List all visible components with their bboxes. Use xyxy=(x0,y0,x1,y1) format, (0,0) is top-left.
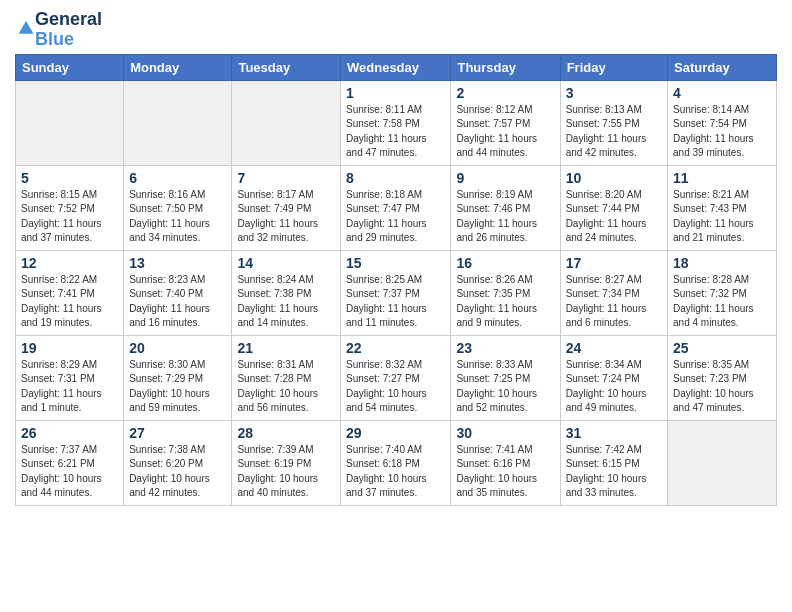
day-number: 5 xyxy=(21,170,118,186)
weekday-header-wednesday: Wednesday xyxy=(341,54,451,80)
day-number: 6 xyxy=(129,170,226,186)
calendar-cell: 14Sunrise: 8:24 AM Sunset: 7:38 PM Dayli… xyxy=(232,250,341,335)
day-number: 14 xyxy=(237,255,335,271)
calendar-cell: 11Sunrise: 8:21 AM Sunset: 7:43 PM Dayli… xyxy=(668,165,777,250)
day-info: Sunrise: 8:17 AM Sunset: 7:49 PM Dayligh… xyxy=(237,188,335,246)
calendar-cell: 10Sunrise: 8:20 AM Sunset: 7:44 PM Dayli… xyxy=(560,165,667,250)
day-info: Sunrise: 8:11 AM Sunset: 7:58 PM Dayligh… xyxy=(346,103,445,161)
day-info: Sunrise: 8:21 AM Sunset: 7:43 PM Dayligh… xyxy=(673,188,771,246)
calendar-cell xyxy=(232,80,341,165)
svg-marker-0 xyxy=(19,20,34,33)
day-info: Sunrise: 7:37 AM Sunset: 6:21 PM Dayligh… xyxy=(21,443,118,501)
day-number: 12 xyxy=(21,255,118,271)
day-info: Sunrise: 8:13 AM Sunset: 7:55 PM Dayligh… xyxy=(566,103,662,161)
day-info: Sunrise: 8:25 AM Sunset: 7:37 PM Dayligh… xyxy=(346,273,445,331)
logo-text: General Blue xyxy=(35,10,102,50)
logo-icon xyxy=(17,19,35,37)
weekday-header-tuesday: Tuesday xyxy=(232,54,341,80)
day-number: 22 xyxy=(346,340,445,356)
calendar-cell: 1Sunrise: 8:11 AM Sunset: 7:58 PM Daylig… xyxy=(341,80,451,165)
calendar-week-row: 19Sunrise: 8:29 AM Sunset: 7:31 PM Dayli… xyxy=(16,335,777,420)
calendar-cell: 15Sunrise: 8:25 AM Sunset: 7:37 PM Dayli… xyxy=(341,250,451,335)
calendar-cell: 22Sunrise: 8:32 AM Sunset: 7:27 PM Dayli… xyxy=(341,335,451,420)
calendar-cell: 20Sunrise: 8:30 AM Sunset: 7:29 PM Dayli… xyxy=(124,335,232,420)
header: General Blue xyxy=(15,10,777,50)
page-container: General Blue SundayMondayTuesdayWednesda… xyxy=(0,0,792,516)
day-number: 4 xyxy=(673,85,771,101)
day-number: 29 xyxy=(346,425,445,441)
calendar-week-row: 26Sunrise: 7:37 AM Sunset: 6:21 PM Dayli… xyxy=(16,420,777,505)
day-number: 9 xyxy=(456,170,554,186)
calendar-cell: 12Sunrise: 8:22 AM Sunset: 7:41 PM Dayli… xyxy=(16,250,124,335)
calendar-cell: 3Sunrise: 8:13 AM Sunset: 7:55 PM Daylig… xyxy=(560,80,667,165)
day-number: 24 xyxy=(566,340,662,356)
day-info: Sunrise: 8:31 AM Sunset: 7:28 PM Dayligh… xyxy=(237,358,335,416)
weekday-header-friday: Friday xyxy=(560,54,667,80)
calendar-cell: 30Sunrise: 7:41 AM Sunset: 6:16 PM Dayli… xyxy=(451,420,560,505)
day-number: 2 xyxy=(456,85,554,101)
calendar-cell: 16Sunrise: 8:26 AM Sunset: 7:35 PM Dayli… xyxy=(451,250,560,335)
day-number: 30 xyxy=(456,425,554,441)
day-info: Sunrise: 8:26 AM Sunset: 7:35 PM Dayligh… xyxy=(456,273,554,331)
weekday-header-row: SundayMondayTuesdayWednesdayThursdayFrid… xyxy=(16,54,777,80)
day-info: Sunrise: 8:32 AM Sunset: 7:27 PM Dayligh… xyxy=(346,358,445,416)
calendar-cell: 29Sunrise: 7:40 AM Sunset: 6:18 PM Dayli… xyxy=(341,420,451,505)
day-info: Sunrise: 8:20 AM Sunset: 7:44 PM Dayligh… xyxy=(566,188,662,246)
day-number: 15 xyxy=(346,255,445,271)
calendar-cell: 21Sunrise: 8:31 AM Sunset: 7:28 PM Dayli… xyxy=(232,335,341,420)
day-number: 21 xyxy=(237,340,335,356)
day-info: Sunrise: 8:19 AM Sunset: 7:46 PM Dayligh… xyxy=(456,188,554,246)
calendar-cell: 6Sunrise: 8:16 AM Sunset: 7:50 PM Daylig… xyxy=(124,165,232,250)
calendar-cell xyxy=(668,420,777,505)
calendar-cell: 5Sunrise: 8:15 AM Sunset: 7:52 PM Daylig… xyxy=(16,165,124,250)
day-info: Sunrise: 7:40 AM Sunset: 6:18 PM Dayligh… xyxy=(346,443,445,501)
day-number: 23 xyxy=(456,340,554,356)
calendar-cell: 7Sunrise: 8:17 AM Sunset: 7:49 PM Daylig… xyxy=(232,165,341,250)
day-info: Sunrise: 8:29 AM Sunset: 7:31 PM Dayligh… xyxy=(21,358,118,416)
calendar-table: SundayMondayTuesdayWednesdayThursdayFrid… xyxy=(15,54,777,506)
day-info: Sunrise: 8:12 AM Sunset: 7:57 PM Dayligh… xyxy=(456,103,554,161)
day-info: Sunrise: 8:18 AM Sunset: 7:47 PM Dayligh… xyxy=(346,188,445,246)
calendar-cell: 2Sunrise: 8:12 AM Sunset: 7:57 PM Daylig… xyxy=(451,80,560,165)
day-info: Sunrise: 7:41 AM Sunset: 6:16 PM Dayligh… xyxy=(456,443,554,501)
calendar-cell: 17Sunrise: 8:27 AM Sunset: 7:34 PM Dayli… xyxy=(560,250,667,335)
day-info: Sunrise: 7:38 AM Sunset: 6:20 PM Dayligh… xyxy=(129,443,226,501)
calendar-cell xyxy=(16,80,124,165)
logo: General Blue xyxy=(15,10,102,50)
day-info: Sunrise: 8:22 AM Sunset: 7:41 PM Dayligh… xyxy=(21,273,118,331)
calendar-cell: 23Sunrise: 8:33 AM Sunset: 7:25 PM Dayli… xyxy=(451,335,560,420)
day-number: 25 xyxy=(673,340,771,356)
calendar-cell xyxy=(124,80,232,165)
day-info: Sunrise: 8:23 AM Sunset: 7:40 PM Dayligh… xyxy=(129,273,226,331)
day-number: 3 xyxy=(566,85,662,101)
day-number: 8 xyxy=(346,170,445,186)
day-number: 18 xyxy=(673,255,771,271)
calendar-cell: 8Sunrise: 8:18 AM Sunset: 7:47 PM Daylig… xyxy=(341,165,451,250)
calendar-cell: 9Sunrise: 8:19 AM Sunset: 7:46 PM Daylig… xyxy=(451,165,560,250)
day-info: Sunrise: 8:27 AM Sunset: 7:34 PM Dayligh… xyxy=(566,273,662,331)
day-number: 1 xyxy=(346,85,445,101)
day-number: 11 xyxy=(673,170,771,186)
calendar-cell: 24Sunrise: 8:34 AM Sunset: 7:24 PM Dayli… xyxy=(560,335,667,420)
calendar-cell: 18Sunrise: 8:28 AM Sunset: 7:32 PM Dayli… xyxy=(668,250,777,335)
day-info: Sunrise: 8:28 AM Sunset: 7:32 PM Dayligh… xyxy=(673,273,771,331)
calendar-cell: 26Sunrise: 7:37 AM Sunset: 6:21 PM Dayli… xyxy=(16,420,124,505)
day-number: 19 xyxy=(21,340,118,356)
day-number: 20 xyxy=(129,340,226,356)
day-info: Sunrise: 8:30 AM Sunset: 7:29 PM Dayligh… xyxy=(129,358,226,416)
weekday-header-saturday: Saturday xyxy=(668,54,777,80)
day-number: 26 xyxy=(21,425,118,441)
weekday-header-sunday: Sunday xyxy=(16,54,124,80)
day-number: 10 xyxy=(566,170,662,186)
day-number: 28 xyxy=(237,425,335,441)
calendar-cell: 19Sunrise: 8:29 AM Sunset: 7:31 PM Dayli… xyxy=(16,335,124,420)
day-number: 17 xyxy=(566,255,662,271)
day-info: Sunrise: 8:34 AM Sunset: 7:24 PM Dayligh… xyxy=(566,358,662,416)
day-number: 16 xyxy=(456,255,554,271)
day-number: 7 xyxy=(237,170,335,186)
calendar-week-row: 12Sunrise: 8:22 AM Sunset: 7:41 PM Dayli… xyxy=(16,250,777,335)
day-info: Sunrise: 8:33 AM Sunset: 7:25 PM Dayligh… xyxy=(456,358,554,416)
day-info: Sunrise: 7:42 AM Sunset: 6:15 PM Dayligh… xyxy=(566,443,662,501)
calendar-cell: 28Sunrise: 7:39 AM Sunset: 6:19 PM Dayli… xyxy=(232,420,341,505)
day-number: 13 xyxy=(129,255,226,271)
